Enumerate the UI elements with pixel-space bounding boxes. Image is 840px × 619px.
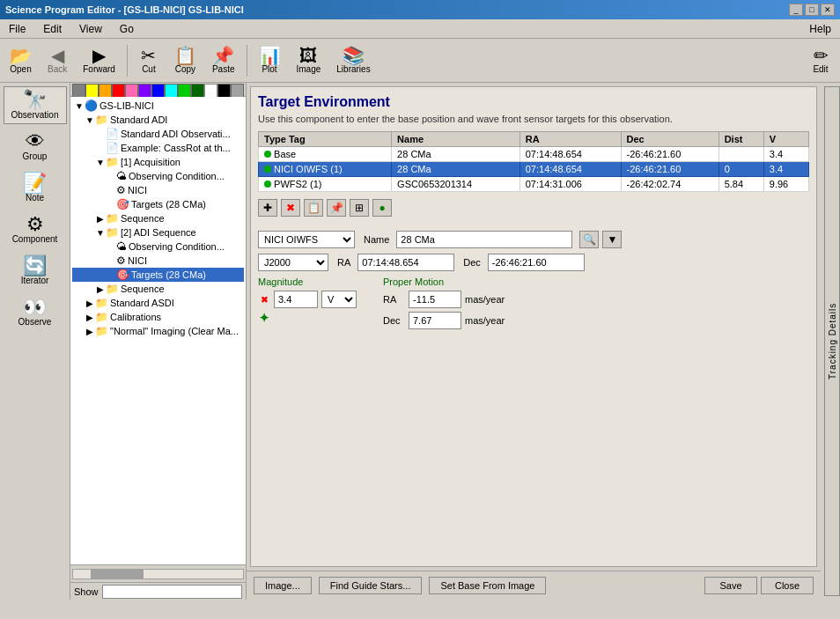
tree-toggle-acq[interactable]: ▼ (95, 158, 106, 167)
tree-toggle-adi-seq[interactable]: ▼ (95, 228, 106, 238)
panel-description: Use this component to enter the base pos… (258, 114, 809, 124)
sidebar-item-observation[interactable]: 🔭 Observation (4, 86, 67, 124)
paste-row-button[interactable]: 📌 (327, 199, 346, 217)
tree-toggle-calib[interactable]: ▶ (85, 313, 95, 322)
find-guide-stars-button[interactable]: Find Guide Stars... (319, 577, 423, 594)
cut-button[interactable]: ✂ Cut (133, 44, 165, 77)
palette-yellow[interactable] (85, 84, 99, 98)
menu-help[interactable]: Help (804, 22, 836, 36)
pm-dec-input[interactable] (409, 312, 461, 329)
sidebar-item-component[interactable]: ⚙ Component (4, 210, 67, 248)
palette-orange[interactable] (99, 84, 112, 98)
paste-button[interactable]: 📌 Paste (206, 44, 241, 77)
palette-white[interactable] (204, 84, 217, 98)
tree-normal-imaging[interactable]: ▶ 📁 "Normal" Imaging (Clear Ma... (72, 324, 244, 338)
tree-nici-2[interactable]: ⚙ NICI (72, 254, 244, 268)
tree-scrollbar-thumb[interactable] (91, 570, 144, 578)
indicator-dot-2 (264, 166, 271, 173)
palette-purple[interactable] (138, 84, 151, 98)
tree-targets-2[interactable]: 🎯 Targets (28 CMa) (72, 268, 244, 282)
tree-calibrations[interactable]: ▶ 📁 Calibrations (72, 310, 244, 324)
libraries-button[interactable]: 📚 Libraries (330, 44, 376, 77)
table-row[interactable]: NICI OIWFS (1) 28 CMa 07:14:48.654 -26:4… (259, 162, 809, 177)
remove-row-button[interactable]: ✖ (281, 199, 300, 217)
palette-black[interactable] (217, 84, 231, 98)
menu-file[interactable]: File (4, 22, 31, 36)
show-input[interactable] (102, 585, 242, 599)
tree-toggle-seq-2[interactable]: ▶ (95, 284, 106, 294)
tree-toggle-asdi[interactable]: ▶ (85, 298, 95, 308)
name-search-button[interactable]: 🔍 (579, 231, 599, 248)
type-selector[interactable]: NICI OIWFS Base PWFS1 PWFS2 (258, 231, 355, 248)
name-input[interactable] (396, 231, 572, 248)
palette-pink[interactable] (125, 84, 138, 98)
tree-obs-cond-2[interactable]: 🌤 Observing Condition... (72, 239, 244, 254)
palette-light-gray[interactable] (231, 84, 244, 98)
menu-items: File Edit View Go (4, 22, 139, 36)
tree-standard-adi[interactable]: ▼ 📁 Standard ADI (72, 113, 244, 127)
image-button[interactable]: Image... (254, 577, 312, 594)
minimize-button[interactable]: _ (789, 4, 803, 16)
image-toolbar-button[interactable]: 🖼 Image (291, 44, 328, 77)
tree-example-cass[interactable]: 📄 Example: CassRot at th... (72, 141, 244, 155)
tree-toggle-adi[interactable]: ▼ (85, 115, 95, 125)
tree-sequence-2[interactable]: ▶ 📁 Sequence (72, 282, 244, 296)
tree-toggle-root[interactable]: ▼ (74, 101, 85, 111)
table-row[interactable]: PWFS2 (1) GSC0653201314 07:14:31.006 -26… (259, 177, 809, 192)
tree-root[interactable]: ▼ 🔵 GS-LIB-NICI (72, 99, 244, 113)
epoch-selector[interactable]: J2000 B1950 (258, 254, 328, 271)
dec-input[interactable] (488, 254, 585, 271)
name-dropdown-button[interactable]: ▼ (602, 231, 622, 248)
tree-adi-observati[interactable]: 📄 Standard ADI Observati... (72, 127, 244, 141)
add-row-button[interactable]: ✚ (258, 199, 277, 217)
open-button[interactable]: 📂 Open (4, 44, 38, 77)
maximize-button[interactable]: □ (805, 4, 819, 16)
close-window-button[interactable]: ✕ (821, 4, 835, 16)
add-magnitude-button[interactable]: ✦ (258, 312, 270, 324)
tree-scroll-area[interactable]: ▼ 🔵 GS-LIB-NICI ▼ 📁 Standard ADI 📄 Stand… (70, 97, 246, 564)
sidebar-item-note[interactable]: 📝 Note (4, 169, 67, 207)
group-button[interactable]: ⊞ (350, 199, 369, 217)
pm-ra-input[interactable] (409, 291, 461, 308)
copy-row-button[interactable]: 📋 (304, 199, 323, 217)
sidebar-item-group[interactable]: 👁 Group (4, 128, 67, 166)
targets-table: Type Tag Name RA Dec Dist V Base (258, 131, 809, 192)
edit-button[interactable]: ✏ Edit (805, 44, 836, 77)
tree-targets-1[interactable]: 🎯 Targets (28 CMa) (72, 197, 244, 211)
tree-nici-1[interactable]: ⚙ NICI (72, 183, 244, 197)
tree-sequence-1[interactable]: ▶ 📁 Sequence (72, 211, 244, 225)
menu-edit[interactable]: Edit (38, 22, 67, 36)
palette-blue[interactable] (151, 84, 165, 98)
tree-toggle-seq-1[interactable]: ▶ (95, 214, 106, 224)
menu-view[interactable]: View (74, 22, 107, 36)
palette-green[interactable] (178, 84, 191, 98)
palette-gray[interactable] (72, 84, 85, 98)
tree-standard-asdi[interactable]: ▶ 📁 Standard ASDI (72, 296, 244, 310)
tree-acquisition[interactable]: ▼ 📁 [1] Acquisition (72, 155, 244, 169)
plot-button[interactable]: 📊 Plot (253, 44, 287, 77)
sidebar-item-iterator[interactable]: 🔄 Iterator (4, 252, 67, 290)
sidebar-item-observe[interactable]: 👀 Observe (4, 293, 67, 331)
set-base-from-image-button[interactable]: Set Base From Image (429, 577, 546, 594)
tree-obs-cond-1[interactable]: 🌤 Observing Condition... (72, 169, 244, 183)
status-button[interactable]: ● (372, 199, 392, 217)
remove-magnitude-button[interactable]: ✖ (258, 293, 270, 306)
tree-scrollbar[interactable] (72, 569, 244, 579)
magnitude-band-selector[interactable]: V U B R I J H K (321, 291, 357, 308)
tree-toggle-normal[interactable]: ▶ (85, 327, 95, 336)
copy-button[interactable]: 📋 Copy (168, 44, 203, 77)
menu-go[interactable]: Go (114, 22, 139, 36)
palette-dark-green[interactable] (191, 84, 204, 98)
tracking-details-tab[interactable]: Tracking Details (824, 86, 840, 596)
ra-input[interactable] (357, 254, 454, 271)
tree-adi-sequence[interactable]: ▼ 📁 [2] ADI Sequence (72, 225, 244, 239)
palette-red[interactable] (112, 84, 125, 98)
table-row[interactable]: Base 28 CMa 07:14:48.654 -26:46:21.60 3.… (259, 147, 809, 162)
magnitude-value-input[interactable] (274, 291, 318, 308)
cloud-icon-1: 🌤 (116, 170, 127, 182)
forward-button[interactable]: ▶ Forward (77, 44, 122, 77)
back-button[interactable]: ◀ Back (41, 44, 73, 77)
close-button[interactable]: Close (761, 577, 814, 594)
palette-cyan[interactable] (165, 84, 178, 98)
save-button[interactable]: Save (704, 577, 757, 594)
